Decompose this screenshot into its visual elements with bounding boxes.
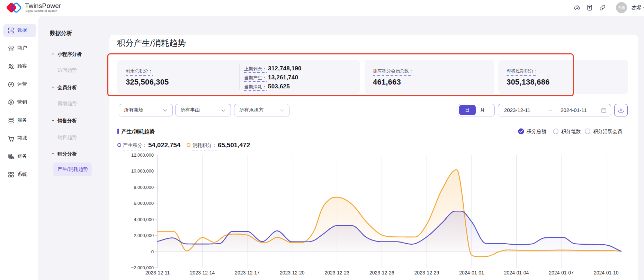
svg-text:2024-01-07: 2024-01-07	[549, 270, 574, 275]
svg-text:2023-12-14: 2023-12-14	[190, 270, 215, 275]
svg-text:2024-01-10: 2024-01-10	[594, 270, 619, 275]
svg-text:2,000,000: 2,000,000	[134, 233, 154, 238]
svg-text:0: 0	[151, 249, 154, 254]
svg-text:4,000,000: 4,000,000	[134, 217, 154, 222]
svg-text:2023-12-11: 2023-12-11	[145, 270, 170, 275]
svg-text:−2,000,000: −2,000,000	[131, 265, 154, 270]
svg-text:10,000,000: 10,000,000	[131, 168, 154, 174]
svg-text:2023-12-20: 2023-12-20	[280, 270, 305, 275]
svg-text:2024-01-01: 2024-01-01	[459, 270, 484, 275]
svg-text:8,000,000: 8,000,000	[134, 185, 154, 190]
svg-text:2023-12-17: 2023-12-17	[235, 270, 260, 275]
svg-text:2023-12-26: 2023-12-26	[369, 270, 394, 275]
svg-text:12,000,000: 12,000,000	[131, 152, 154, 158]
svg-text:2023-12-29: 2023-12-29	[414, 270, 439, 275]
svg-text:6,000,000: 6,000,000	[134, 201, 154, 206]
svg-text:2024-01-04: 2024-01-04	[504, 270, 529, 275]
svg-text:2023-12-23: 2023-12-23	[324, 270, 349, 275]
